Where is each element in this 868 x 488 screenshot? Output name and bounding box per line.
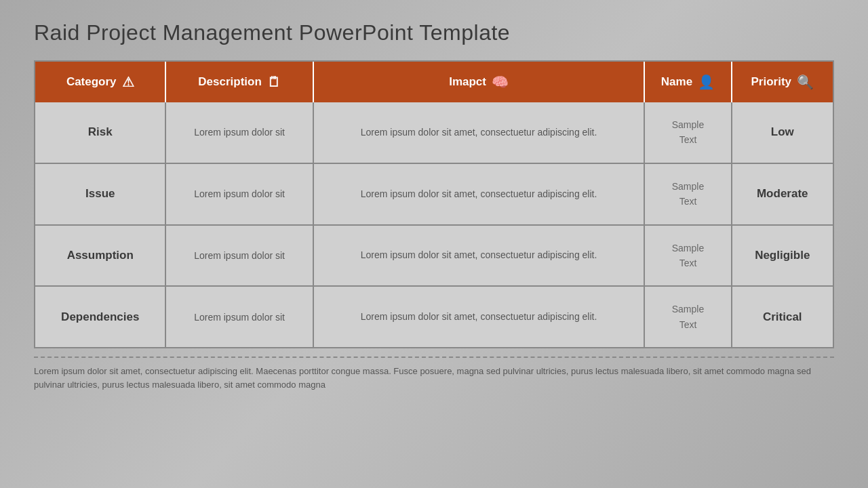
priority-cell: Moderate [732,163,833,225]
warning-icon: ⚠ [122,74,134,90]
page-container: Raid Project Management PowerPoint Templ… [0,0,868,405]
page-title: Raid Project Management PowerPoint Templ… [34,20,834,45]
priority-cell: Negligible [732,225,833,287]
category-cell: Risk [35,102,165,163]
priority-label: Priority [751,75,791,89]
header-priority: Priority 🔍 [732,62,833,102]
impact-cell: Lorem ipsum dolor sit amet, consectuetur… [313,102,645,163]
table-row: IssueLorem ipsum dolor sitLorem ipsum do… [35,163,833,225]
footer-text: Lorem ipsum dolor sit amet, consectuetur… [34,357,834,391]
person-icon: 👤 [698,74,715,90]
name-label: Name [661,75,692,89]
header-name: Name 👤 [644,62,731,102]
header-row: Category ⚠ Description 🗒 Imapct � [35,62,833,102]
brain-icon: 🧠 [492,74,509,90]
table-wrapper: Category ⚠ Description 🗒 Imapct � [34,60,834,348]
priority-cell: Critical [732,286,833,347]
impact-cell: Lorem ipsum dolor sit amet, consectuetur… [313,286,645,347]
table-row: DependenciesLorem ipsum dolor sitLorem i… [35,286,833,347]
search-icon: 🔍 [797,74,814,90]
description-cell: Lorem ipsum dolor sit [165,163,313,225]
category-cell: Issue [35,163,165,225]
table-row: AssumptionLorem ipsum dolor sitLorem ips… [35,225,833,287]
name-cell: SampleText [644,163,731,225]
list-icon: 🗒 [267,75,281,90]
impact-cell: Lorem ipsum dolor sit amet, consectuetur… [313,225,645,287]
table-header: Category ⚠ Description 🗒 Imapct � [35,62,833,102]
table-row: RiskLorem ipsum dolor sitLorem ipsum dol… [35,102,833,163]
name-cell: SampleText [644,102,731,163]
header-category: Category ⚠ [35,62,165,102]
category-cell: Dependencies [35,286,165,347]
impact-cell: Lorem ipsum dolor sit amet, consectuetur… [313,163,645,225]
category-label: Category [66,75,117,89]
name-cell: SampleText [644,225,731,287]
raid-table: Category ⚠ Description 🗒 Imapct � [35,62,833,347]
impact-label: Imapct [449,75,486,89]
description-cell: Lorem ipsum dolor sit [165,102,313,163]
description-cell: Lorem ipsum dolor sit [165,225,313,287]
description-cell: Lorem ipsum dolor sit [165,286,313,347]
table-body: RiskLorem ipsum dolor sitLorem ipsum dol… [35,102,833,347]
category-cell: Assumption [35,225,165,287]
description-label: Description [198,75,262,89]
name-cell: SampleText [644,286,731,347]
header-impact: Imapct 🧠 [313,62,645,102]
header-description: Description 🗒 [165,62,313,102]
priority-cell: Low [732,102,833,163]
